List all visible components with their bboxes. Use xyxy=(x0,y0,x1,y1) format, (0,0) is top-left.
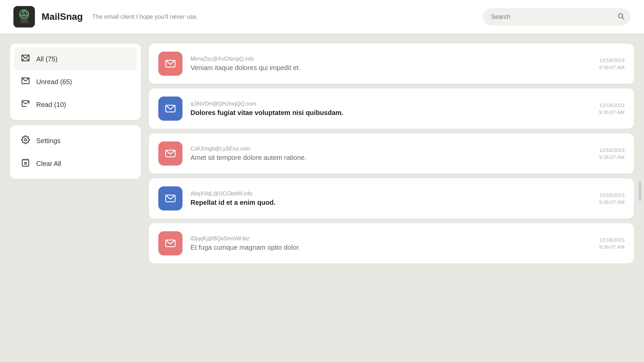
main-layout: All (75) Unread (65) R xyxy=(0,34,644,362)
app-name-label: MailSnag xyxy=(42,11,83,22)
filter-section: All (75) Unread (65) R xyxy=(10,44,141,120)
email-date: 12/18/2023 xyxy=(599,57,625,63)
email-content: AbqXVqL@UCCktoW.info Repellat id et a en… xyxy=(191,191,591,206)
email-content: qJiNVDH@QHJmqQQ.com Dolores fugiat vitae… xyxy=(191,101,591,117)
avatar xyxy=(158,186,182,210)
email-time: 9:36:07 AM xyxy=(599,244,625,250)
email-date: 12/18/2023 xyxy=(599,192,625,198)
sidebar-item-unread[interactable]: Unread (65) xyxy=(14,70,137,93)
avatar xyxy=(158,231,182,255)
app-tagline-label: The email client I hope you'll never use… xyxy=(92,13,198,20)
svg-point-4 xyxy=(22,12,23,13)
email-meta: 12/18/2023 9:36:07 AM xyxy=(599,192,625,205)
email-meta: 12/18/2023 9:36:07 AM xyxy=(599,237,625,250)
email-card[interactable]: AbqXVqL@UCCktoW.info Repellat id et a en… xyxy=(149,178,634,219)
email-card[interactable]: CxKXmgb@LySErui.com Amet sit tempore dol… xyxy=(149,133,634,174)
sidebar-item-read[interactable]: Read (10) xyxy=(14,93,137,116)
email-time: 9:36:07 AM xyxy=(599,154,625,160)
read-label: Read (10) xyxy=(36,101,66,109)
email-content: CxKXmgb@LySErui.com Amet sit tempore dol… xyxy=(191,146,591,162)
email-card[interactable]: MimaZsc@XvGNmpQ.info Veniam itaque dolor… xyxy=(149,44,634,84)
sidebar-item-all[interactable]: All (75) xyxy=(14,48,137,70)
email-subject: Repellat id et a enim quod. xyxy=(191,199,591,206)
email-card[interactable]: qJiNVDH@QHJmqQQ.com Dolores fugiat vitae… xyxy=(149,88,634,129)
email-from: AbqXVqL@UCCktoW.info xyxy=(191,191,591,197)
svg-point-5 xyxy=(26,12,27,13)
email-time: 9:36:07 AM xyxy=(599,109,625,115)
avatar xyxy=(158,141,182,166)
settings-icon xyxy=(21,135,30,146)
all-label: All (75) xyxy=(36,55,57,63)
read-icon xyxy=(21,99,30,110)
email-subject: Amet sit tempore dolore autem ratione. xyxy=(191,154,591,162)
email-date: 12/18/2023 xyxy=(599,147,625,153)
app-header: MailSnag The email client I hope you'll … xyxy=(0,0,644,34)
clear-all-icon xyxy=(21,158,30,169)
email-content: iDjqqKj@BQaSmmW.biz Et fuga cumque magna… xyxy=(191,236,591,251)
email-time: 9:36:07 AM xyxy=(599,64,625,70)
email-content: MimaZsc@XvGNmpQ.info Veniam itaque dolor… xyxy=(191,56,591,72)
svg-point-13 xyxy=(24,139,27,141)
search-icon xyxy=(617,12,625,21)
email-meta: 12/18/2023 9:36:07 AM xyxy=(599,102,625,115)
actions-section: Settings Clear All xyxy=(10,125,141,179)
email-from: CxKXmgb@LySErui.com xyxy=(191,146,591,152)
email-from: MimaZsc@XvGNmpQ.info xyxy=(191,56,591,62)
app-logo xyxy=(13,6,35,27)
unread-label: Unread (65) xyxy=(36,78,72,86)
email-subject: Dolores fugiat vitae voluptatem nisi qui… xyxy=(191,109,591,117)
email-list: MimaZsc@XvGNmpQ.info Veniam itaque dolor… xyxy=(149,44,634,352)
all-mail-icon xyxy=(21,54,30,64)
settings-label: Settings xyxy=(36,137,60,145)
unread-icon xyxy=(21,76,30,87)
svg-line-8 xyxy=(622,17,624,19)
email-meta: 12/18/2023 9:36:07 AM xyxy=(599,57,625,70)
email-meta: 12/18/2023 9:36:07 AM xyxy=(599,147,625,160)
avatar xyxy=(158,52,182,76)
email-from: qJiNVDH@QHJmqQQ.com xyxy=(191,101,591,107)
settings-item[interactable]: Settings xyxy=(14,129,137,152)
search-bar xyxy=(483,8,631,25)
email-time: 9:36:07 AM xyxy=(599,199,625,205)
sidebar: All (75) Unread (65) R xyxy=(10,44,141,352)
email-subject: Veniam itaque dolores qui impedit et. xyxy=(191,64,591,72)
clear-all-label: Clear All xyxy=(36,160,61,168)
email-card[interactable]: iDjqqKj@BQaSmmW.biz Et fuga cumque magna… xyxy=(149,223,634,263)
search-input[interactable] xyxy=(483,8,631,25)
avatar xyxy=(158,97,182,121)
svg-rect-6 xyxy=(20,19,28,23)
email-from: iDjqqKj@BQaSmmW.biz xyxy=(191,236,591,242)
scrollbar[interactable] xyxy=(639,181,641,201)
svg-point-1 xyxy=(19,9,29,19)
email-date: 12/18/2023 xyxy=(599,102,625,108)
email-subject: Et fuga cumque magnam optio dolor. xyxy=(191,244,591,251)
clear-all-item[interactable]: Clear All xyxy=(14,152,137,175)
email-date: 12/18/2023 xyxy=(599,237,625,243)
